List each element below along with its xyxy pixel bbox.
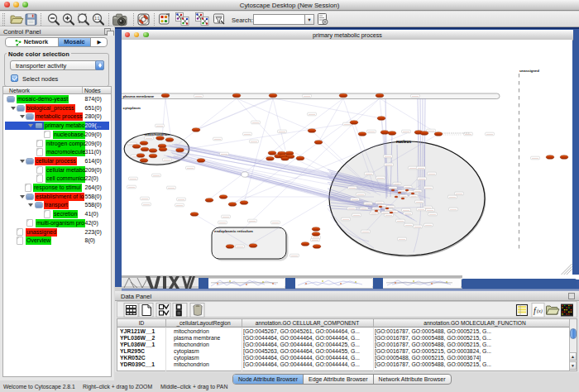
svg-text:nucleus: nucleus bbox=[396, 140, 411, 144]
svg-text:mitochondrion: mitochondrion bbox=[145, 132, 170, 136]
svg-text:(x): (x) bbox=[537, 308, 543, 314]
svg-text:unassigned: unassigned bbox=[519, 69, 539, 73]
svg-text:plasma membrane: plasma membrane bbox=[123, 94, 155, 98]
svg-text:cytoplasm: cytoplasm bbox=[123, 106, 141, 110]
svg-text:1:1: 1:1 bbox=[94, 17, 100, 21]
